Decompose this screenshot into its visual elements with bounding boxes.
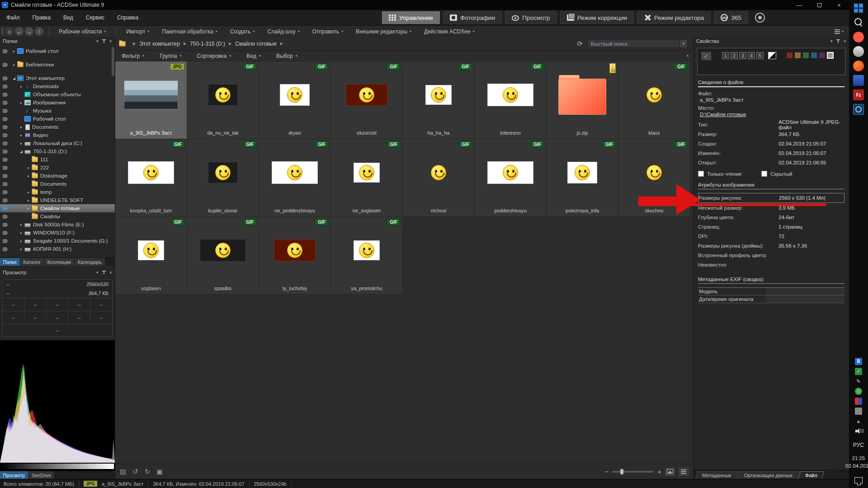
expand-arrow-icon[interactable]: ▸ (19, 239, 24, 243)
search-dropdown-button[interactable]: ▾ (680, 39, 688, 48)
taskbar-app-gray[interactable] (853, 46, 864, 57)
workspaces-dropdown[interactable]: Рабочие области ▾ (52, 28, 112, 35)
rating-4[interactable]: 4 (748, 52, 755, 59)
toolbar-dropdown[interactable]: Импорт▾ (120, 28, 156, 35)
tree-item[interactable]: ▸WINDOWS10 (F:) (0, 229, 115, 237)
expand-arrow-icon[interactable]: ▸ (19, 247, 24, 251)
quick-tag-icon[interactable] (3, 84, 8, 89)
tab-Календарь[interactable]: Календарь (75, 258, 105, 266)
quick-tag-icon[interactable] (3, 93, 8, 97)
tree-item[interactable]: ▸Изображения (0, 99, 115, 107)
filter-dropdown[interactable]: Выбор▾ (276, 53, 297, 59)
green-status-icon[interactable] (855, 388, 862, 395)
tree-item[interactable]: ◢Этот компьютер (0, 74, 115, 82)
mode-tab-develop[interactable]: Режим коррекции (560, 11, 634, 24)
tree-item[interactable]: Documents (0, 180, 115, 188)
file-item[interactable]: JPGa_9IS_JkBPs Заст (115, 61, 187, 139)
expand-arrow-icon[interactable]: ▸ (11, 49, 17, 53)
toolbar-dropdown[interactable]: Пакетная обработка▾ (156, 28, 223, 35)
file-item[interactable]: js.zip (547, 61, 618, 139)
quick-tag-icon[interactable] (3, 117, 8, 121)
file-item[interactable]: GIFkupite_slovar (187, 139, 259, 217)
image-view-button[interactable] (665, 468, 675, 476)
check-icon[interactable]: ✓ (701, 52, 711, 60)
chevron-down-icon[interactable]: ▾ (96, 39, 99, 43)
maximize-button[interactable] (809, 0, 829, 10)
mode-tab-photos[interactable]: Фотографии (443, 11, 502, 24)
file-item[interactable]: GIFnichosi (403, 139, 475, 217)
tree-item[interactable]: ▸temp (0, 188, 115, 196)
expand-arrow-icon[interactable]: ◢ (19, 150, 24, 154)
taskbar-app-filezilla[interactable]: Fz (853, 89, 864, 100)
more-actions-dropdown[interactable]: ▾ (835, 29, 844, 34)
zoom-slider-thumb[interactable] (620, 469, 623, 474)
quick-tag-icon[interactable] (3, 206, 8, 211)
tab-SeeDrive[interactable]: SeeDrive (28, 471, 55, 479)
mode-tab-view[interactable]: Просмотр (505, 11, 557, 24)
expand-arrow-icon[interactable]: ▸ (19, 141, 24, 145)
quick-tag-icon[interactable] (3, 247, 8, 251)
chevron-down-icon[interactable]: ▾ (687, 54, 689, 58)
tree-item[interactable]: 111 (0, 155, 115, 164)
file-item[interactable]: GIFsoglasen (115, 217, 187, 295)
color-label-swatch[interactable] (811, 52, 817, 59)
chevron-down-icon[interactable]: ▾ (830, 39, 833, 43)
shield-icon[interactable]: ✓ (855, 368, 862, 375)
toolbar-dropdown[interactable]: Отправить▾ (306, 28, 350, 35)
tree-item[interactable]: ▸Downloads (0, 82, 115, 90)
expand-arrow-icon[interactable]: ▸ (26, 198, 31, 202)
language-indicator[interactable]: РУС (853, 442, 864, 448)
expand-arrow-icon[interactable]: ▸ (19, 223, 24, 227)
tab-Файл[interactable]: Файл (798, 471, 824, 479)
file-item[interactable]: GIFknopka_udalit_tam (115, 139, 187, 217)
expand-arrow-icon[interactable]: ▸ (26, 166, 31, 170)
color-label-swatch[interactable] (819, 52, 826, 59)
quick-tag-icon[interactable] (3, 215, 8, 219)
taskbar-app-acdsee[interactable] (853, 104, 864, 115)
quick-tag-icon[interactable] (3, 141, 8, 145)
filter-dropdown[interactable]: Фильтр▾ (122, 53, 144, 59)
toolbar-dropdown[interactable]: Действия ACDSee▾ (418, 28, 481, 35)
filter-dropdown[interactable]: Группа▾ (160, 53, 181, 59)
notification-center-icon[interactable] (854, 477, 863, 483)
rating-5[interactable]: 5 (756, 52, 764, 59)
expand-arrow-icon[interactable]: ◢ (11, 76, 17, 80)
quick-tag-icon[interactable] (3, 125, 8, 129)
file-item[interactable]: GIFpoleznaya_infa (547, 139, 618, 217)
expand-arrow-icon[interactable]: ▸ (11, 63, 17, 67)
tree-item[interactable]: ▸Видео (0, 131, 115, 139)
mode-tab-365[interactable]: 365365 (714, 11, 748, 24)
acdsee-eye-icon[interactable] (755, 13, 765, 23)
zoom-in-button[interactable]: + (657, 468, 661, 475)
expand-arrow-icon[interactable]: ▸ (26, 190, 31, 194)
close-icon[interactable]: × (844, 38, 846, 44)
checkbox-Только чтение[interactable]: Только чтение (698, 171, 741, 177)
mode-tab-manage[interactable]: Управление (382, 11, 440, 24)
filter-dropdown[interactable]: Сортировка▾ (197, 53, 231, 59)
details-view-button[interactable] (679, 468, 689, 476)
tab-Метаданные[interactable]: Метаданные (695, 471, 738, 479)
quick-tag-icon[interactable] (3, 182, 8, 186)
pin-icon[interactable] (836, 39, 840, 43)
file-item[interactable]: GIFne_podderzhivayu (259, 139, 331, 217)
toolbar-dropdown[interactable]: Слайд-шоу▾ (261, 28, 306, 35)
chevron-down-icon[interactable]: ▾ (96, 270, 99, 275)
quick-tag-icon[interactable] (3, 150, 8, 154)
file-item[interactable]: GIFekzorcist (331, 61, 403, 139)
tree-item[interactable]: ▸Локальный диск (C:) (0, 139, 115, 147)
toolbar-dropdown[interactable]: Создать▾ (224, 28, 261, 35)
expand-arrow-icon[interactable]: ▸ (19, 133, 24, 137)
color-label-swatch[interactable] (802, 52, 809, 59)
show-hidden-icons[interactable]: ▲ (855, 418, 862, 425)
tree-item[interactable]: ▸UNDELETE SOFT (0, 196, 115, 204)
quick-tag-icon[interactable] (3, 158, 8, 162)
zoom-out-button[interactable]: − (604, 468, 609, 475)
pin-icon[interactable] (102, 39, 106, 43)
expand-arrow-icon[interactable]: ▸ (26, 206, 31, 211)
refresh-icon[interactable]: ⟳ (577, 40, 583, 48)
rotate-right-icon[interactable]: ↻ (145, 468, 151, 476)
bluetooth-icon[interactable]: B (855, 358, 862, 365)
tab-Коллекции[interactable]: Коллекции (44, 258, 75, 266)
clock[interactable]: 21:25 02.04.2019 (845, 455, 868, 470)
quick-tag-icon[interactable] (3, 239, 8, 243)
